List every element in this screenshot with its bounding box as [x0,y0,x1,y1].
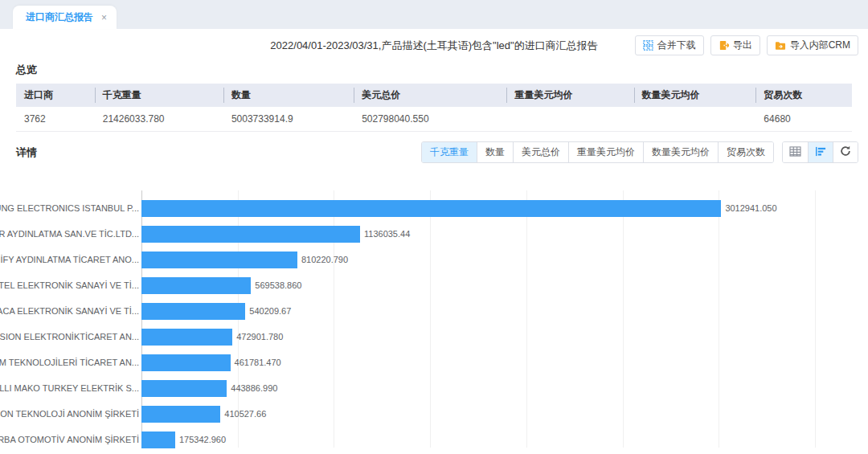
chart-bar-value: 410527.66 [224,409,266,419]
overview-data-row: 3762 21426033.780 5003733914.9 502798040… [16,107,852,132]
metric-tab-trade-count[interactable]: 贸易次数 [718,142,773,162]
view-switcher [782,141,858,163]
chart-bar-row: 540209.67 [141,298,815,324]
metric-tab-quantity[interactable]: 数量 [477,142,513,162]
import-crm-button[interactable]: 导入内部CRM [767,35,858,55]
chart-x-axis: 0500,0001,000,0001,500,0002,000,0002,500… [141,448,815,454]
chart-bar-row: 461781.470 [141,350,815,375]
metric-tab-weight-usd-avg-price[interactable]: 重量美元均价 [568,142,643,162]
table-icon [789,146,801,159]
table-view-button[interactable] [783,142,808,162]
import-crm-label: 导入内部CRM [790,39,850,52]
chart-bar[interactable] [141,277,251,294]
chart-bar-row: 3012941.050 [141,195,815,221]
overview-header-row: 进口商 千克重量 数量 美元总价 重量美元均价 数量美元均价 贸易次数 [16,84,852,107]
header-actions: 合并下载 导出 导入内部CRM [635,35,858,55]
chart-category-label: TP VISION ELEKTRONİKTİCARET AN... [16,324,141,350]
chart-bar-value: 175342.960 [179,435,226,444]
merge-download-label: 合并下载 [657,39,696,52]
bar-chart-icon [815,146,827,159]
col-weight-usd-avg-price: 重量美元均价 [506,84,633,107]
chart-category-label: UĞUR AYDINLATMA SAN.VE TİC.LTD... [16,221,141,247]
chart-view-button[interactable] [808,142,833,162]
tab-close-icon[interactable]: × [101,13,107,22]
tab-import-summary-report[interactable]: 进口商汇总报告 × [13,6,117,29]
merge-download-button[interactable]: 合并下载 [635,35,704,55]
chart-bar-value: 461781.470 [235,358,281,367]
col-quantity: 数量 [223,84,354,107]
chart-category-label: APRON TEKNOLOJİ ANONİM ŞİRKETİ [16,401,141,427]
chart-bar-row: 410527.66 [141,401,815,427]
cell-quantity: 5003733914.9 [223,107,354,132]
cell-importer: 3762 [16,107,95,132]
chart-bar[interactable] [141,406,220,423]
chart-bar-row: 443886.990 [141,375,815,401]
chart-bar[interactable] [141,432,175,448]
chart-bar-row: 569538.860 [141,272,815,298]
chart-bar[interactable] [141,329,232,346]
detail-row: 详情 千克重量数量美元总价重量美元均价数量美元均价贸易次数 [16,141,858,163]
refresh-icon [840,145,851,159]
chart-bar-value: 1136035.44 [364,229,410,239]
chart-bar-value: 472901.780 [236,332,283,342]
chart-bar[interactable] [141,200,721,217]
metric-tab-quantity-usd-avg-price[interactable]: 数量美元均价 [643,142,718,162]
chart-bar-value: 540209.67 [249,306,291,316]
chart-bar-value: 443886.990 [231,383,277,393]
chart-bar-value: 810220.790 [301,255,348,264]
chart-bar-row: 472901.780 [141,324,815,350]
main-panel: 2022/04/01-2023/03/31,产品描述(土耳其语)包含"led"的… [0,29,868,454]
chart-bar-value: 3012941.050 [725,203,776,213]
chart-rows: 3012941.0501136035.44810220.790569538.86… [141,195,815,452]
chart-category-labels: SAMSUNG ELECTRONICS ISTANBUL P...UĞUR AY… [16,190,141,454]
chart-bar[interactable] [141,226,360,243]
chart-category-label: SİGNİFY AYDINLATMA TİCARET ANO... [16,247,141,272]
refresh-button[interactable] [833,142,858,162]
col-importer: 进口商 [16,84,95,107]
chart-plot: 3012941.0501136035.44810220.790569538.86… [141,190,815,454]
import-crm-icon [775,41,786,51]
cell-usd-total-price: 502798040.550 [354,107,506,132]
export-button[interactable]: 导出 [710,35,760,55]
metric-tabs: 千克重量数量美元总价重量美元均价数量美元均价贸易次数 [421,141,774,163]
overview-section-title: 总览 [16,63,868,77]
metric-tab-kg-weight[interactable]: 千克重量 [422,142,477,162]
chart-category-label: ATMACA ELEKTRONİK SANAYİ VE Tİ... [16,298,141,324]
col-trade-count: 贸易次数 [755,84,852,107]
tab-bar: 进口商汇总报告 × [0,0,868,29]
metric-tab-usd-total-price[interactable]: 美元总价 [513,142,568,162]
chart-bar[interactable] [141,303,245,320]
cell-trade-count: 64680 [755,107,852,132]
chart-bar-value: 569538.860 [255,280,301,290]
chart-bar[interactable] [141,252,297,268]
cell-quantity-usd-avg-price [634,107,756,132]
tab-label: 进口商汇总报告 [26,10,93,24]
chart-category-label: FARBA OTOMOTİV ANONİM ŞİRKETİ [16,427,141,452]
chart-category-label: SAMSUNG ELECTRONICS ISTANBUL P... [16,195,141,221]
cell-kg-weight: 21426033.780 [95,107,223,132]
chart-bar-row: 1136035.44 [141,221,815,247]
importer-bar-chart: SAMSUNG ELECTRONICS ISTANBUL P...UĞUR AY… [16,190,868,454]
export-icon [719,40,729,51]
chart-category-label: MARELLI MAKO TURKEY ELEKTRİK S... [16,375,141,401]
col-kg-weight: 千克重量 [95,84,223,107]
export-label: 导出 [733,39,752,52]
detail-section-title: 详情 [16,145,37,160]
chart-category-label: OSRAM TEKNOLOJİLERİ TİCARET AN... [16,350,141,375]
col-quantity-usd-avg-price: 数量美元均价 [634,84,756,107]
chart-gridline [815,190,816,448]
cell-weight-usd-avg-price [506,107,633,132]
overview-table: 进口商 千克重量 数量 美元总价 重量美元均价 数量美元均价 贸易次数 3762… [16,84,852,132]
chart-bar[interactable] [141,380,227,397]
chart-bar[interactable] [141,354,231,371]
chart-bar-row: 810220.790 [141,247,815,272]
chart-category-label: VESTEL ELEKTRONİK SANAYİ VE Tİ... [16,272,141,298]
col-usd-total-price: 美元总价 [354,84,506,107]
header-row: 2022/04/01-2023/03/31,产品描述(土耳其语)包含"led"的… [0,29,868,61]
detail-toolbar: 千克重量数量美元总价重量美元均价数量美元均价贸易次数 [421,141,858,163]
merge-download-icon [643,40,653,51]
